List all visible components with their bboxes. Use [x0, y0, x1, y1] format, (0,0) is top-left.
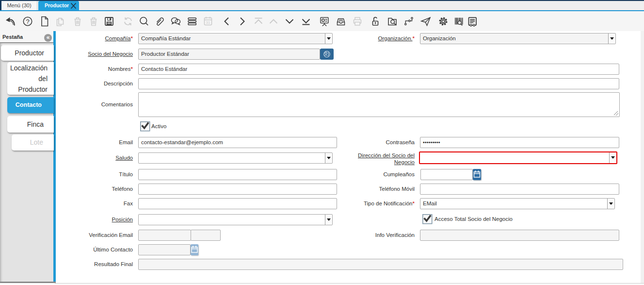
svg-text:?: ? — [26, 18, 29, 25]
svg-text:31: 31 — [206, 20, 210, 25]
